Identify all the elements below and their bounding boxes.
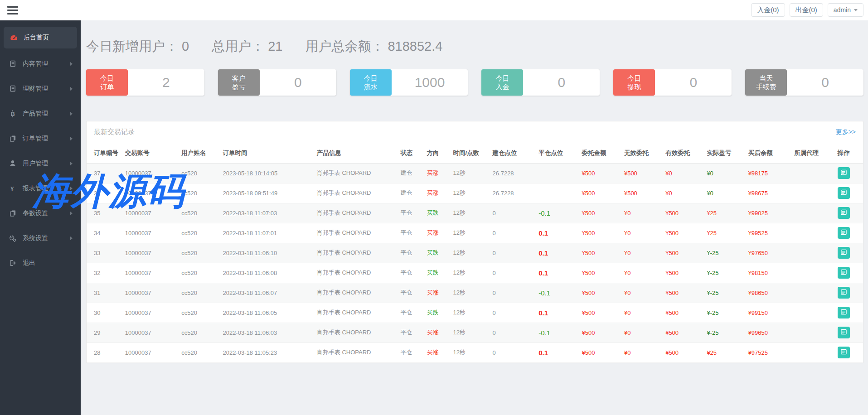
table-cell: 肖邦手表 CHOPARD	[314, 323, 398, 343]
table-cell: ¥-25	[704, 263, 745, 283]
table-cell: 12秒	[451, 343, 490, 362]
admin-menu-button[interactable]: admin	[828, 3, 863, 17]
table-cell: 0.1	[536, 303, 579, 323]
table-cell: ¥98675	[746, 183, 792, 203]
table-cell: cc520	[179, 163, 220, 183]
stat-card-5: 当天手续费0	[745, 69, 863, 96]
column-header: 时间/点数	[451, 143, 490, 163]
table-cell	[536, 183, 579, 203]
table-cell: ¥99525	[746, 223, 792, 243]
menu-toggle-icon[interactable]	[7, 6, 18, 14]
table-cell: 2023-05-18 10:14:05	[220, 163, 314, 183]
stat-card-label: 今日入金	[481, 69, 523, 96]
list-icon	[841, 329, 847, 336]
copy-icon	[8, 210, 17, 217]
view-order-button[interactable]	[838, 307, 850, 318]
view-order-button[interactable]	[838, 227, 850, 239]
table-cell: 26.7228	[490, 183, 536, 203]
stat-card-value: 2	[128, 69, 204, 96]
book-icon	[8, 85, 17, 92]
table-cell: ¥500	[579, 323, 621, 343]
list-icon	[841, 229, 847, 236]
table-cell-actions	[835, 243, 863, 263]
table-cell: 0.1	[536, 243, 579, 263]
table-cell: ¥0	[621, 283, 663, 303]
table-cell-actions	[835, 283, 863, 303]
view-order-button[interactable]	[838, 267, 850, 279]
table-cell: -0.1	[536, 323, 579, 343]
table-cell: 36	[87, 183, 122, 203]
table-cell: 肖邦手表 CHOPARD	[314, 283, 398, 303]
chevron-down-icon	[854, 9, 858, 11]
table-cell: ¥0	[621, 323, 663, 343]
table-cell: 29	[87, 323, 122, 343]
table-cell: 肖邦手表 CHOPARD	[314, 303, 398, 323]
table-cell: -0.1	[536, 203, 579, 223]
view-order-button[interactable]	[838, 167, 850, 179]
table-cell: ¥-25	[704, 243, 745, 263]
table-cell-actions	[835, 323, 863, 343]
view-order-button[interactable]	[838, 347, 850, 358]
withdraw-button[interactable]: 出金(0)	[790, 3, 823, 17]
sidebar-item-home[interactable]: 后台首页	[4, 27, 77, 48]
table-cell: 0.1	[536, 223, 579, 243]
stat-card-0: 今日订单2	[86, 69, 204, 96]
view-order-button[interactable]	[838, 247, 850, 259]
table-cell: ¥500	[663, 263, 704, 283]
column-header: 建仓点位	[490, 143, 536, 163]
chevron-right-icon	[70, 87, 73, 91]
sidebar-item-params[interactable]: 参数设置	[0, 201, 81, 226]
table-cell	[791, 323, 834, 343]
sidebar-item-report[interactable]: ¥报表管理	[0, 176, 81, 201]
table-cell: 0	[490, 343, 536, 362]
more-link[interactable]: 更多>>	[836, 128, 856, 136]
table-cell: 买跌	[424, 263, 450, 283]
table-cell: ¥25	[704, 343, 745, 362]
table-cell-actions	[835, 203, 863, 223]
table-cell: 10000037	[122, 283, 179, 303]
table-cell: 0	[490, 263, 536, 283]
table-cell: ¥25	[704, 203, 745, 223]
table-cell: cc520	[179, 343, 220, 362]
table-cell: 买涨	[424, 283, 450, 303]
table-cell: 0	[490, 303, 536, 323]
view-order-button[interactable]	[838, 207, 850, 219]
table-cell: ¥99650	[746, 323, 792, 343]
sidebar-item-order[interactable]: 订单管理	[0, 126, 81, 151]
table-row: 2810000037cc5202022-03-18 11:05:23肖邦手表 C…	[87, 343, 863, 362]
sidebar-item-product[interactable]: B产品管理	[0, 101, 81, 126]
table-cell: 0	[490, 203, 536, 223]
table-row: 3610000037cc5202023-05-18 09:51:49肖邦手表 C…	[87, 183, 863, 203]
view-order-button[interactable]	[838, 327, 850, 338]
chevron-right-icon	[70, 162, 73, 165]
table-cell: ¥500	[579, 263, 621, 283]
table-cell: 买涨	[424, 323, 450, 343]
table-cell: 10000037	[122, 163, 179, 183]
deposit-button[interactable]: 入金(0)	[751, 3, 785, 17]
sidebar-item-label: 参数设置	[23, 209, 48, 217]
sidebar-item-system[interactable]: 系统设置	[0, 226, 81, 251]
table-cell: 12秒	[451, 203, 490, 223]
view-order-button[interactable]	[838, 287, 850, 299]
table-cell: ¥500	[621, 163, 663, 183]
column-header: 平仓点位	[536, 143, 579, 163]
gear-icon	[8, 235, 17, 242]
sidebar-item-content[interactable]: 内容管理	[0, 51, 81, 76]
sidebar-item-finance[interactable]: 理财管理	[0, 76, 81, 101]
table-cell: ¥500	[579, 283, 621, 303]
logout-icon	[8, 260, 17, 266]
sidebar-item-user[interactable]: 用户管理	[0, 151, 81, 176]
column-header: 操作	[835, 143, 863, 163]
chevron-right-icon	[70, 236, 73, 240]
column-header: 交易账号	[122, 143, 179, 163]
sidebar-item-logout[interactable]: 退出	[0, 251, 81, 275]
table-cell: 肖邦手表 CHOPARD	[314, 243, 398, 263]
stat-card-value: 0	[655, 69, 732, 96]
table-row: 3510000037cc5202022-03-18 11:07:03肖邦手表 C…	[87, 203, 863, 223]
panel-title: 最新交易记录	[94, 128, 135, 136]
table-cell: ¥25	[704, 223, 745, 243]
table-cell: 10000037	[122, 223, 179, 243]
table-cell-actions	[835, 163, 863, 183]
view-order-button[interactable]	[838, 187, 850, 199]
table-row: 3010000037cc5202022-03-18 11:06:05肖邦手表 C…	[87, 303, 863, 323]
